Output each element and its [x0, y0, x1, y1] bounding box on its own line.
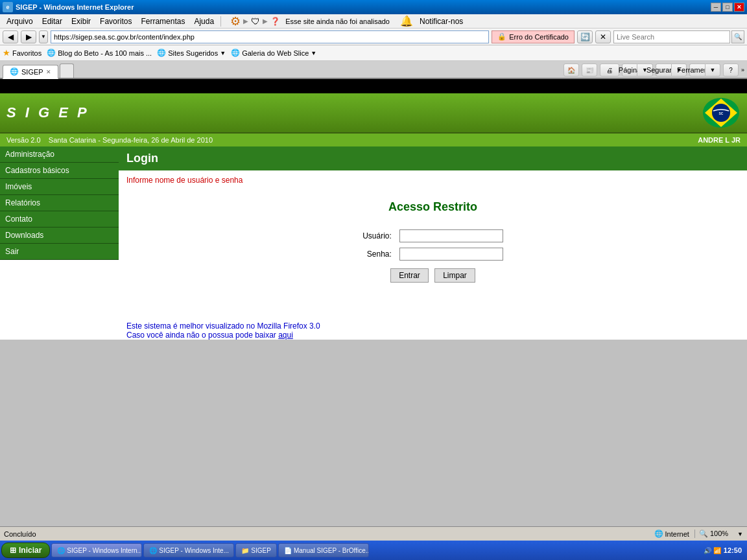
search-button[interactable]: 🔍 [731, 30, 744, 43]
cert-icon: 🔒 [497, 32, 506, 41]
app-icon: e [3, 2, 13, 12]
address-bar: ◀ ▶ ▼ 🔒 Erro do Certificado 🔄 ✕ 🔍 [0, 29, 747, 45]
tab-new[interactable] [60, 64, 74, 78]
menu-bar: Arquivo Editar Exibir Favoritos Ferramen… [0, 14, 747, 29]
sidebar-item-sair[interactable]: Sair [0, 244, 119, 260]
taskbar-item-1[interactable]: 🌐 SIGEP - Windows Inte... [143, 543, 234, 557]
sigep-flag: SC [702, 97, 741, 129]
favorites-button[interactable]: ★ Favoritos [3, 48, 42, 58]
sidebar: Administração Cadastros básicos Imóveis … [0, 146, 119, 340]
question-icon: ❓ [270, 17, 280, 26]
tools-button-group: Ferramentas ▼ [689, 64, 720, 76]
star-icon: ★ [3, 48, 10, 58]
fav-item-galeria[interactable]: 🌐 Galeria do Web Slice ▼ [231, 49, 316, 57]
tools-button[interactable]: Ferramentas [689, 64, 705, 76]
menu-editar[interactable]: Editar [38, 16, 66, 27]
sidebar-item-imoveis[interactable]: Imóveis [0, 179, 119, 195]
taskbar-item-3[interactable]: 📄 Manual SIGEP - BrOffice.... [278, 543, 369, 557]
menu-exibir[interactable]: Exibir [67, 16, 95, 27]
close-button[interactable]: ✕ [734, 3, 744, 12]
footer-text: Este sistema é melhor visualizado no Moz… [119, 321, 747, 340]
fav-sites-label: Sites Sugeridos [168, 49, 218, 57]
version-info: Versão 2.0 Santa Catarina - Segunda-feir… [6, 136, 213, 144]
address-input[interactable] [51, 30, 489, 43]
sidebar-item-contato[interactable]: Contato [0, 211, 119, 228]
stop-button[interactable]: ✕ [595, 30, 611, 43]
usuario-label: Usuário: [359, 227, 396, 245]
start-label: Iniciar [19, 546, 42, 555]
shield-icon: 🛡 [251, 16, 260, 27]
taskbar-item-0[interactable]: 🌐 SIGEP - Windows Intern... [51, 543, 142, 557]
fav-item-blog[interactable]: 🌐 Blog do Beto - As 100 mais ... [47, 49, 152, 57]
status-zone: 🌐 Internet [654, 530, 689, 538]
sigep-logo: S I G E P [6, 104, 89, 121]
senha-input[interactable] [399, 248, 503, 261]
galeria-icon: 🌐 [231, 49, 240, 57]
cert-error-label: Erro do Certificado [509, 33, 569, 41]
tray-icons: 🔊 📶 [704, 547, 721, 554]
sigep-subheader: Versão 2.0 Santa Catarina - Segunda-feir… [0, 132, 747, 146]
limpar-button[interactable]: Limpar [434, 268, 475, 283]
print-button[interactable]: 🖨 [600, 64, 619, 76]
firefox-download-link[interactable]: aqui [278, 331, 293, 340]
version-label: Versão 2.0 [6, 136, 41, 144]
fav-item-sites[interactable]: 🌐 Sites Sugeridos ▼ [157, 49, 226, 57]
footer-line1: Este sistema é melhor visualizado no Moz… [126, 321, 739, 331]
sigep-header: S I G E P SC [0, 93, 747, 132]
menu-favoritos[interactable]: Favoritos [96, 16, 136, 27]
tab-close-icon[interactable]: ✕ [46, 69, 51, 75]
tab-sigep[interactable]: 🌐 SIGEP ✕ [3, 65, 58, 79]
refresh-button[interactable]: 🔄 [577, 30, 593, 43]
sidebar-item-downloads[interactable]: Downloads [0, 228, 119, 244]
security-button[interactable]: Segurança [656, 64, 671, 76]
taskbar-label-1: SIGEP - Windows Inte... [159, 547, 229, 554]
entrar-button[interactable]: Entrar [390, 268, 429, 283]
back-button[interactable]: ◀ [3, 30, 18, 43]
notif-icon: 🔔 [400, 15, 413, 27]
content-area: Administração Cadastros básicos Imóveis … [0, 146, 747, 340]
tools-dropdown[interactable]: ▼ [705, 64, 720, 76]
zoom-dropdown[interactable]: ▼ [737, 531, 743, 537]
search-input[interactable] [613, 30, 730, 43]
sidebar-item-administracao[interactable]: Administração [0, 146, 119, 163]
zoom-level: 100% [710, 530, 728, 537]
senha-row: Senha: [359, 245, 507, 263]
fav-galeria-label: Galeria do Web Slice [242, 49, 309, 57]
fav-blog-label: Blog do Beto - As 100 mais ... [58, 49, 152, 57]
main-content: Login Informe nome de usuário e senha Ac… [119, 146, 747, 340]
forward-arrow2: ▶ [263, 18, 268, 25]
cert-error-button[interactable]: 🔒 Erro do Certificado [492, 30, 575, 43]
sidebar-item-cadastros[interactable]: Cadastros básicos [0, 163, 119, 179]
security-warning-label: Esse site ainda não foi analisado [281, 16, 394, 27]
taskbar-item-2[interactable]: 📁 SIGEP [235, 543, 277, 557]
forward-button[interactable]: ▶ [21, 30, 36, 43]
menu-ajuda[interactable]: Ajuda [190, 16, 218, 27]
menu-arquivo[interactable]: Arquivo [3, 16, 37, 27]
ie-icon-1: 🌐 [149, 547, 157, 554]
more-tools-button[interactable]: » [741, 67, 744, 73]
minimize-button[interactable]: ─ [711, 3, 721, 12]
status-text: Concluído [4, 530, 649, 538]
maximize-button[interactable]: □ [722, 3, 733, 12]
sidebar-item-relatorios[interactable]: Relatórios [0, 195, 119, 211]
notif-label[interactable]: Notificar-nos [416, 16, 467, 27]
form-buttons: Entrar Limpar [359, 268, 507, 283]
usuario-input[interactable] [399, 229, 503, 242]
home-button[interactable]: 🏠 [563, 64, 579, 76]
start-button[interactable]: ⊞ Iniciar [1, 542, 50, 558]
dropdown-button[interactable]: ▼ [39, 30, 48, 43]
sites-dropdown-icon: ▼ [220, 50, 226, 56]
page-button[interactable]: Página [622, 64, 637, 76]
status-bar: Concluído 🌐 Internet 🔍 100% ▼ [0, 526, 747, 541]
taskbar: ⊞ Iniciar 🌐 SIGEP - Windows Intern... 🌐 … [0, 541, 747, 560]
status-zoom: 🔍 100% [694, 530, 732, 538]
menu-ferramentas[interactable]: Ferramentas [137, 16, 189, 27]
status-right: 🌐 Internet 🔍 100% ▼ [654, 530, 743, 538]
senha-label: Senha: [359, 245, 396, 263]
rss-button[interactable]: 📰 [582, 64, 597, 76]
login-form: Usuário: Senha: Entrar Limpar [359, 227, 507, 283]
help-button[interactable]: ? [723, 64, 739, 76]
taskbar-label-2: SIGEP [251, 547, 271, 554]
windows-icon: ⊞ [10, 546, 16, 555]
sites-icon: 🌐 [157, 49, 166, 57]
